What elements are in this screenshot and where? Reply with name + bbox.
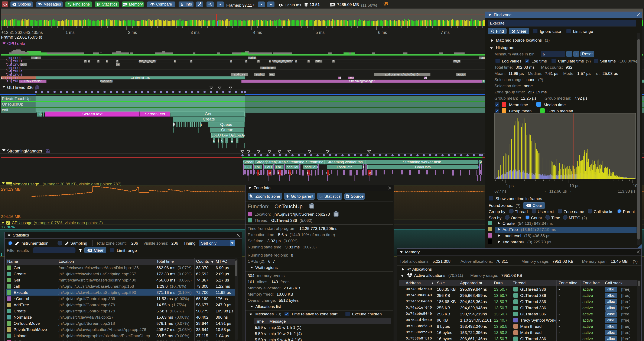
- svg-text:PrivateTouchUp: PrivateTouchUp: [2, 96, 30, 101]
- svg-text:Loa: Loa: [235, 133, 241, 137]
- svg-text:Queue: Queue: [220, 122, 232, 127]
- svg-text:1 ms: 1 ms: [66, 30, 74, 35]
- svg-text:U: U: [218, 133, 221, 137]
- svg-text:Up: Up: [240, 133, 245, 137]
- svg-text:c: c: [106, 59, 108, 63]
- svg-text:U: U: [477, 165, 479, 169]
- svg-text:LoadDaU: LoadDaU: [284, 165, 300, 169]
- svg-text:Trac: Trac: [348, 76, 354, 80]
- svg-text:StreamingManager: StreamingManager: [7, 149, 42, 153]
- svg-text:kv: kv: [116, 63, 120, 66]
- svg-text:[1:1] CPU 7: [1:1] CPU 7: [6, 79, 22, 83]
- svg-text:St: St: [478, 160, 482, 164]
- svg-text:CPU data: CPU data: [7, 41, 25, 46]
- svg-text:OnTouchUp: OnTouchUp: [2, 102, 23, 106]
- svg-text:c: c: [295, 59, 297, 63]
- svg-text:Frame 32,661 (6.05 s): Frame 32,661 (6.05 s): [1, 35, 42, 40]
- svg-text:c: c: [85, 59, 86, 63]
- svg-text:ScreenText: ScreenText: [145, 112, 165, 116]
- svg-text:+12:31 362,643,435ns: +12:31 362,643,435ns: [1, 30, 43, 35]
- svg-text:[0:5] CPU 5: [0:5] CPU 5: [6, 73, 22, 76]
- svg-text:c: c: [174, 59, 176, 63]
- svg-text:audio: audio: [457, 73, 464, 76]
- svg-text:!S!: !S!: [38, 112, 42, 116]
- svg-text:cds_ol_rx_thr: cds_ol_rx_thr: [138, 59, 156, 63]
- svg-text:c: c: [246, 59, 247, 63]
- svg-text:|: |: [218, 139, 219, 142]
- svg-text:C: C: [213, 139, 216, 142]
- svg-text:Strean: Strean: [243, 160, 254, 164]
- svg-text:LoadDaU: LoadDaU: [302, 165, 318, 169]
- svg-text:U: U: [362, 165, 364, 169]
- svg-text:call: call: [2, 108, 8, 112]
- svg-text:C: C: [231, 139, 233, 142]
- svg-text:[0:0] CPU 0: [0:0] CPU 0: [6, 56, 22, 60]
- svg-text:c: c: [258, 59, 259, 63]
- svg-text:GLThread 336: GLThread 336: [131, 76, 150, 80]
- svg-text:Up: Up: [229, 133, 234, 137]
- svg-text:audioser: audioser: [262, 66, 274, 70]
- svg-text:c: c: [190, 59, 192, 63]
- svg-text:GLThread 336: GLThread 336: [7, 85, 34, 90]
- svg-text:StreamingManager: StreamingManager: [349, 79, 374, 83]
- svg-text:C(: C(: [368, 171, 371, 175]
- svg-text:c: c: [230, 59, 232, 63]
- svg-text:Loa: Loa: [222, 133, 228, 137]
- svg-text:kworker/u: kworker/u: [100, 79, 113, 83]
- svg-text:L(U: L(U: [245, 165, 251, 169]
- svg-text:3 ms: 3 ms: [190, 30, 200, 35]
- svg-text:Ai: Ai: [424, 76, 427, 80]
- svg-text:C(: C(: [268, 171, 271, 175]
- svg-text:auc: auc: [270, 73, 274, 76]
- svg-text:1: 1: [0, 252, 2, 256]
- svg-text:Queue: Queue: [221, 128, 233, 132]
- svg-text:Create: Create: [203, 117, 215, 121]
- svg-text:[0:3] CPU 3: [0:3] CPU 3: [6, 66, 22, 70]
- svg-text:C(: C(: [307, 171, 310, 175]
- svg-text:4 ms: 4 ms: [253, 30, 262, 35]
- svg-text:LoU: LoU: [265, 165, 272, 169]
- svg-text:c: c: [333, 59, 334, 63]
- svg-text:C(: C(: [278, 171, 282, 175]
- svg-text:294.16 MB: 294.16 MB: [1, 214, 21, 219]
- svg-text:(y-range: 0.78%, visible data: (y-range: 0.78%, visible data points: 2): [34, 220, 103, 225]
- svg-text:audioserver (AudioOut_D): audioserver (AudioOut_D): [385, 73, 420, 76]
- svg-text:c: c: [269, 59, 271, 63]
- svg-text:Streaming worker tas: Streaming worker tas: [326, 160, 363, 164]
- svg-text:Loa: Loa: [212, 133, 218, 137]
- svg-text:Strea: Strea: [266, 160, 276, 164]
- svg-text:E: E: [173, 123, 176, 126]
- svg-text:2 ms: 2 ms: [128, 30, 137, 35]
- svg-text:audios: audios: [248, 56, 256, 60]
- svg-text:7 ms: 7 ms: [440, 30, 450, 35]
- svg-text:0os: 0os: [34, 56, 38, 60]
- svg-text:c: c: [116, 59, 118, 63]
- svg-text:c: c: [308, 59, 310, 63]
- svg-text:c: c: [98, 59, 99, 63]
- svg-text:cds_ol_rx_threa: cds_ol_rx_threa: [272, 59, 293, 63]
- svg-text:LoU: LoU: [276, 165, 282, 169]
- svg-text:LoadData: LoadData: [415, 165, 431, 169]
- svg-text:Tracy Profiler: Tracy Profiler: [24, 79, 42, 83]
- svg-text:|~: |~: [236, 139, 238, 142]
- svg-text:C(: C(: [288, 171, 292, 175]
- svg-text:|~: |~: [226, 139, 228, 142]
- svg-text:[0:2] CPU 2: [0:2] CPU 2: [6, 63, 22, 66]
- svg-text:c: c: [88, 59, 90, 63]
- svg-text:C: C: [221, 139, 224, 142]
- svg-text:17.86%: 17.86%: [1, 225, 15, 229]
- svg-text:C(: C(: [326, 171, 330, 175]
- svg-text:audio.: audio.: [256, 73, 264, 76]
- svg-text:Strear: Strear: [255, 160, 266, 164]
- svg-text:[0:1] CPU 1: [0:1] CPU 1: [6, 59, 22, 63]
- svg-text:Streaming worker task: Streaming worker task: [403, 160, 441, 164]
- svg-text:Streaming: Streaming: [287, 160, 304, 164]
- svg-text:[0:4] CPU 4: [0:4] CPU 4: [6, 69, 22, 73]
- svg-text:Streaming: Streaming: [306, 160, 323, 164]
- svg-text:audio.se: audio.se: [234, 73, 245, 76]
- svg-text:mi_tl: mi_tl: [454, 59, 460, 63]
- svg-text:294.19 MB: 294.19 MB: [1, 187, 21, 191]
- svg-text:LoU: LoU: [255, 165, 261, 169]
- svg-text:ScreenText: ScreenText: [82, 112, 103, 116]
- svg-text:LoadData: LoadData: [337, 165, 352, 169]
